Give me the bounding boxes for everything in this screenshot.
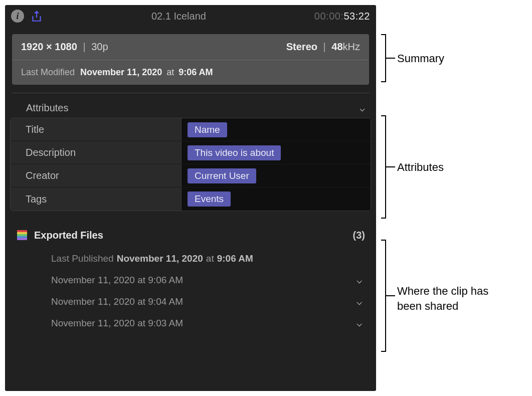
divider (12, 93, 369, 93)
callout-attributes: Attributes (397, 161, 444, 174)
info-icon[interactable]: i (11, 10, 24, 23)
attr-creator-field[interactable]: Current User (181, 164, 371, 187)
attr-description-field[interactable]: This video is about (181, 141, 371, 164)
summary-box: 1920 × 1080 | 30p Stereo | 48kHz Last Mo… (12, 34, 369, 85)
export-item[interactable]: November 11, 2020 at 9:04 AM ⌵ (16, 291, 365, 312)
chevron-down-icon: ⌵ (357, 296, 365, 307)
svg-rect-0 (17, 230, 27, 232)
attr-row-tags: Tags Events (11, 187, 371, 211)
film-icon (16, 229, 28, 241)
callout-shared: Where the clip has been shared (397, 284, 502, 313)
attributes-header[interactable]: Attributes ⌵ (5, 94, 376, 118)
summary-row-format: 1920 × 1080 | 30p Stereo | 48kHz (12, 34, 369, 60)
svg-rect-2 (17, 234, 27, 236)
attr-title-field[interactable]: Name (181, 118, 371, 141)
exported-section: Exported Files (3) Last Published Novemb… (5, 211, 376, 334)
chevron-down-icon: ⌵ (360, 103, 365, 114)
bracket (381, 34, 386, 82)
attributes-box: Title Name Description This video is abo… (10, 118, 371, 211)
timecode: 00:00:53:22 (314, 11, 370, 22)
summary-section: 1920 × 1080 | 30p Stereo | 48kHz Last Mo… (5, 27, 376, 92)
tick (386, 295, 395, 296)
last-published: Last Published November 11, 2020 at 9:06… (16, 248, 365, 269)
inspector-header: i 02.1 Iceland 00:00:53:22 (5, 5, 376, 27)
callout-summary: Summary (397, 52, 444, 65)
tick (386, 58, 395, 59)
bracket (381, 115, 386, 219)
attr-row-description: Description This video is about (11, 141, 371, 164)
export-item[interactable]: November 11, 2020 at 9:06 AM ⌵ (16, 269, 365, 291)
exported-header[interactable]: Exported Files (3) (16, 229, 365, 241)
attr-row-title: Title Name (11, 118, 371, 141)
clip-title: 02.1 Iceland (49, 11, 308, 22)
export-item[interactable]: November 11, 2020 at 9:03 AM ⌵ (16, 312, 365, 334)
tick (386, 166, 395, 167)
share-icon[interactable] (30, 10, 43, 23)
inspector-panel: i 02.1 Iceland 00:00:53:22 1920 × 1080 |… (5, 5, 376, 391)
bracket (381, 240, 386, 352)
chevron-down-icon: ⌵ (357, 317, 365, 329)
chevron-down-icon: ⌵ (357, 274, 365, 286)
svg-rect-3 (17, 236, 27, 238)
summary-row-modified: Last Modified November 11, 2020 at 9:06 … (12, 60, 369, 85)
svg-rect-1 (17, 232, 27, 234)
attr-tags-field[interactable]: Events (181, 187, 371, 211)
svg-rect-4 (17, 238, 27, 240)
attr-row-creator: Creator Current User (11, 164, 371, 187)
